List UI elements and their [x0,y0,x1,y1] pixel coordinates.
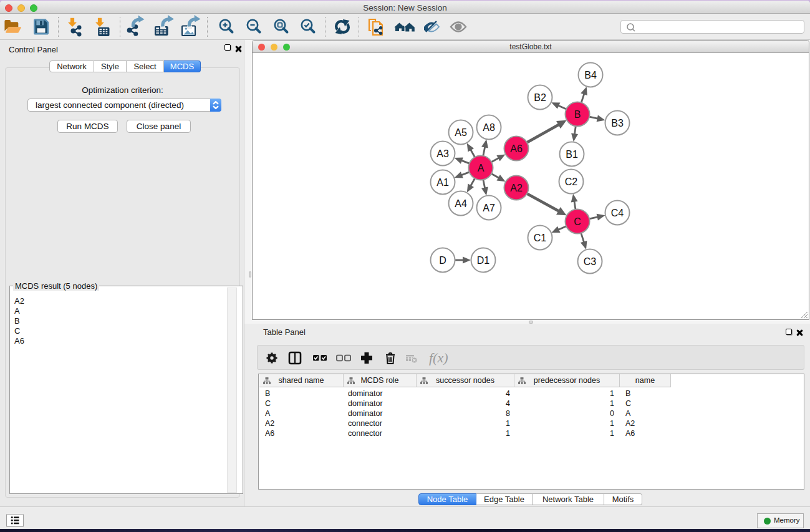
svg-text:f(x): f(x) [429,350,448,365]
svg-text:B3: B3 [611,118,624,128]
svg-text:A4: A4 [455,198,467,209]
svg-text:D: D [439,255,446,266]
svg-text:A3: A3 [436,148,449,159]
svg-text:D1: D1 [477,255,490,266]
svg-text:A8: A8 [483,122,495,133]
svg-text:A7: A7 [483,203,495,213]
svg-text:C2: C2 [565,177,578,187]
svg-text:C1: C1 [534,233,547,243]
svg-text:A1: A1 [436,177,449,188]
svg-text:A5: A5 [455,127,467,138]
svg-text:B4: B4 [584,70,597,80]
svg-text:A6: A6 [510,143,523,154]
svg-text:A2: A2 [510,183,523,193]
svg-text:A: A [478,163,485,173]
svg-text:C: C [574,216,581,227]
svg-text:C4: C4 [611,208,624,218]
svg-text:B: B [574,109,581,120]
svg-text:B2: B2 [534,92,546,103]
svg-text:C3: C3 [584,256,597,267]
svg-text:B1: B1 [566,149,578,160]
